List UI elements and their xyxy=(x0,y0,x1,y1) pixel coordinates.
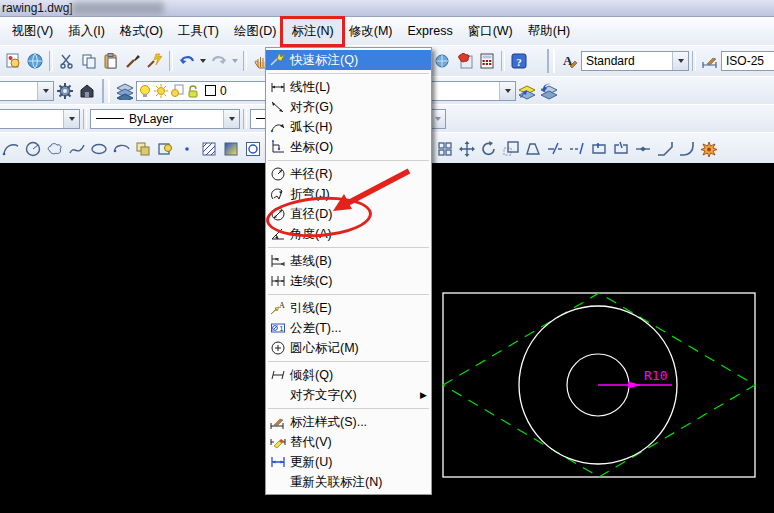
publish-icon[interactable] xyxy=(24,49,46,73)
linetype-combo[interactable]: ByLayer xyxy=(90,109,240,129)
spline-icon[interactable] xyxy=(66,137,88,161)
hatch-icon[interactable] xyxy=(198,137,220,161)
rotate-icon[interactable] xyxy=(478,137,500,161)
menu-item-dimension-style[interactable]: 标注样式(S)... xyxy=(266,412,431,432)
arc-icon[interactable] xyxy=(0,137,22,161)
menu-item-arc-length[interactable]: 弧长(H) xyxy=(266,117,431,137)
menu-item-jogged[interactable]: 折弯(J) xyxy=(266,184,431,204)
quick-dim-icon xyxy=(266,52,290,68)
linetype-dropdown[interactable] xyxy=(223,110,239,128)
extend-icon[interactable] xyxy=(566,137,588,161)
dim-style-icon xyxy=(266,414,290,430)
menu-item-diameter[interactable]: 直径(D) xyxy=(266,204,431,224)
menu-draw[interactable]: 绘图(D) xyxy=(227,17,284,45)
svg-text:?: ? xyxy=(516,56,522,68)
text-style-combo[interactable]: Standard xyxy=(581,51,689,71)
stretch-icon[interactable] xyxy=(522,137,544,161)
menu-item-label: 圆心标记(M) xyxy=(290,340,359,357)
menu-item-quick-dimension[interactable]: 快速标注(Q) xyxy=(266,50,431,70)
dim-style-toolbar-icon[interactable] xyxy=(699,49,721,73)
ellipse-icon[interactable] xyxy=(88,137,110,161)
menu-item-update[interactable]: 更新(U) xyxy=(266,452,431,472)
plot-preview-icon[interactable] xyxy=(2,49,24,73)
menu-item-override[interactable]: 替代(V) xyxy=(266,432,431,452)
dim-style-combo[interactable]: ISO-25 xyxy=(721,51,774,71)
menu-modify[interactable]: 修改(M) xyxy=(341,17,400,45)
my-workspace-icon[interactable] xyxy=(76,79,98,103)
copy-icon[interactable] xyxy=(78,49,100,73)
paste-icon[interactable] xyxy=(100,49,122,73)
layer-properties-icon[interactable] xyxy=(114,79,136,103)
scale-icon[interactable] xyxy=(500,137,522,161)
chamfer-icon[interactable] xyxy=(654,137,676,161)
workspace-combo[interactable] xyxy=(0,81,54,101)
menu-insert[interactable]: 插入(I) xyxy=(61,17,113,45)
menu-item-tolerance[interactable]: 1 公差(T)... xyxy=(266,318,431,338)
menu-dimension[interactable]: 标注(N) xyxy=(284,17,341,45)
menu-item-center-mark[interactable]: 圆心标记(M) xyxy=(266,338,431,358)
menu-item-label: 公差(T)... xyxy=(290,320,341,337)
override-icon xyxy=(266,434,290,450)
menu-item-align-text[interactable]: 对齐文字(X) ▶ xyxy=(266,385,431,405)
menu-item-aligned[interactable]: 对齐(G) xyxy=(266,97,431,117)
menu-item-linear[interactable]: 线性(L) xyxy=(266,77,431,97)
revcloud-icon[interactable] xyxy=(44,137,66,161)
explode-icon[interactable] xyxy=(698,137,720,161)
submenu-arrow-icon: ▶ xyxy=(420,390,427,400)
menu-item-angular[interactable]: 角度(A) xyxy=(266,224,431,244)
layer-dropdown[interactable] xyxy=(499,82,515,100)
menu-help[interactable]: 帮助(H) xyxy=(520,17,577,45)
make-block-icon[interactable] xyxy=(154,137,176,161)
undo-dropdown[interactable] xyxy=(198,50,208,72)
gradient-icon[interactable] xyxy=(220,137,242,161)
match-properties-icon[interactable] xyxy=(122,49,144,73)
menu-view[interactable]: 视图(V) xyxy=(4,17,61,45)
break-icon[interactable] xyxy=(610,137,632,161)
menu-item-continue[interactable]: 连续(C) xyxy=(266,271,431,291)
trim-icon[interactable] xyxy=(544,137,566,161)
make-object-layer-current-icon[interactable] xyxy=(516,79,538,103)
layer-previous-icon[interactable] xyxy=(538,79,560,103)
break-at-point-icon[interactable] xyxy=(588,137,610,161)
redo-icon[interactable] xyxy=(208,49,230,73)
workspace-dropdown[interactable] xyxy=(37,82,53,100)
array-icon[interactable] xyxy=(434,137,456,161)
ellipse-arc-icon[interactable] xyxy=(110,137,132,161)
markup-set-manager-icon[interactable] xyxy=(454,49,476,73)
join-icon[interactable] xyxy=(632,137,654,161)
layer-on-bulb-icon[interactable] xyxy=(137,83,153,99)
workspace-settings-icon[interactable] xyxy=(54,79,76,103)
layer-vp-freeze-icon[interactable] xyxy=(169,83,185,99)
menu-item-radius[interactable]: 半径(R) xyxy=(266,164,431,184)
help-icon[interactable]: ? xyxy=(508,49,530,73)
cut-icon[interactable] xyxy=(56,49,78,73)
quickcalc-icon[interactable] xyxy=(476,49,498,73)
menu-tools[interactable]: 工具(T) xyxy=(171,17,227,45)
region-icon[interactable] xyxy=(242,137,264,161)
text-style-icon[interactable]: A xyxy=(559,49,581,73)
color-combo[interactable] xyxy=(0,109,80,129)
color-dropdown[interactable] xyxy=(63,110,79,128)
undo-icon[interactable] xyxy=(176,49,198,73)
menu-item-baseline[interactable]: 基线(B) xyxy=(266,251,431,271)
insert-block-icon[interactable] xyxy=(132,137,154,161)
move-icon[interactable] xyxy=(456,137,478,161)
sheet-set-icon[interactable] xyxy=(432,49,454,73)
layer-unlock-icon[interactable] xyxy=(185,83,201,99)
text-style-dropdown[interactable] xyxy=(672,52,688,70)
menu-item-oblique[interactable]: 倾斜(Q) xyxy=(266,365,431,385)
menu-format[interactable]: 格式(O) xyxy=(112,17,170,45)
menu-express[interactable]: Express xyxy=(400,17,460,45)
circle-icon[interactable] xyxy=(22,137,44,161)
fillet-icon[interactable] xyxy=(676,137,698,161)
layer-color-swatch[interactable] xyxy=(205,85,216,96)
block-editor-icon[interactable] xyxy=(144,49,166,73)
menu-item-reassociate[interactable]: 重新关联标注(N) xyxy=(266,472,431,492)
menu-item-leader[interactable]: A 引线(E) xyxy=(266,298,431,318)
menu-item-label: 倾斜(Q) xyxy=(290,367,333,384)
menu-window[interactable]: 窗口(W) xyxy=(460,17,520,45)
menu-item-ordinate[interactable]: 坐标(O) xyxy=(266,137,431,157)
point-icon[interactable] xyxy=(176,137,198,161)
layer-thaw-sun-icon[interactable] xyxy=(153,83,169,99)
redo-dropdown[interactable] xyxy=(230,50,240,72)
